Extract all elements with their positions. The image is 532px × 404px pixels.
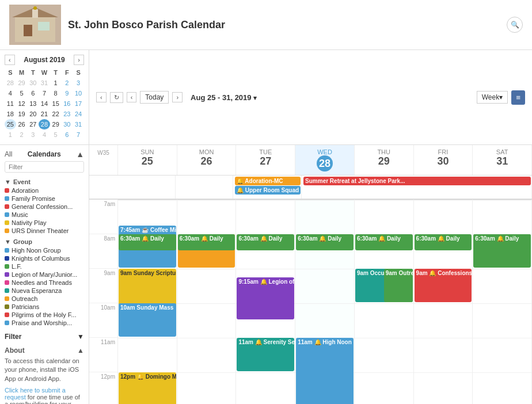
event-block[interactable]: 6:30am 🔔 Daily: [237, 234, 294, 250]
cal-item[interactable]: Music: [5, 211, 84, 219]
event-block[interactable]: 11am 🔔 High Noon Group-HH: [296, 338, 354, 404]
mini-cal-day[interactable]: 31: [73, 119, 84, 129]
event-block[interactable]: 11am 🔔 Serenity Seekers-HH: [237, 338, 294, 371]
mini-cal-day[interactable]: 27: [27, 119, 39, 129]
cal-item[interactable]: L.F.: [5, 262, 84, 270]
mini-cal-day[interactable]: 20: [27, 109, 39, 119]
mini-cal-day[interactable]: 6: [27, 88, 39, 98]
week-num-cell: W35: [89, 145, 118, 175]
cal-item[interactable]: Pilgrims of the Holy F...: [5, 311, 84, 319]
cal-item[interactable]: Needles and Threads: [5, 279, 84, 287]
event-block[interactable]: 9am 🔔 Confessions: [415, 269, 472, 302]
cal-item[interactable]: Patricians: [5, 303, 84, 311]
event-block[interactable]: 6:30am 🔔 Daily: [355, 234, 413, 250]
mini-cal-day[interactable]: 2: [62, 78, 73, 88]
mini-calendar: SMTWTFS 28293031123456789101112131415161…: [5, 67, 84, 140]
week-header-day-thu: THU29: [355, 145, 414, 175]
calendars-label: Calendars: [28, 150, 61, 158]
mini-cal-day[interactable]: 9: [62, 88, 73, 98]
event-block[interactable]: 12pm 🔔 Domingo Misa: [119, 372, 176, 404]
mini-cal-day[interactable]: 28: [5, 78, 16, 88]
mini-cal-day[interactable]: 7: [73, 129, 84, 140]
cal-item[interactable]: General Confession...: [5, 203, 84, 211]
mini-cal-day[interactable]: 4: [5, 88, 16, 98]
mini-cal-day[interactable]: 16: [62, 98, 73, 109]
cal-dot: [5, 220, 9, 225]
mini-cal-day[interactable]: 7: [39, 88, 50, 98]
mini-cal-day[interactable]: 31: [39, 78, 50, 88]
cal-item[interactable]: Nueva Esperanza: [5, 287, 84, 295]
time-label-9am: 9am: [89, 269, 117, 303]
mini-cal-day[interactable]: 14: [39, 98, 50, 109]
cal-item[interactable]: Adoration: [5, 186, 84, 195]
mini-next-btn[interactable]: ›: [74, 55, 84, 65]
mini-cal-day[interactable]: 1: [50, 78, 62, 88]
mini-cal-day[interactable]: 30: [27, 78, 39, 88]
filter-input[interactable]: [5, 161, 84, 173]
cal-today-btn[interactable]: Today: [140, 91, 169, 104]
allday-event-summerretreat[interactable]: Summer Retreat at Jellystone Park...: [303, 177, 531, 185]
mini-cal-day[interactable]: 2: [16, 129, 28, 140]
cal-item[interactable]: Nativity Play: [5, 219, 84, 227]
allday-event-upperroom[interactable]: 🔔 Upper Room Squad: [235, 186, 301, 195]
cal-item[interactable]: High Noon Group: [5, 246, 84, 254]
mini-cal-day[interactable]: 19: [16, 109, 28, 119]
mini-cal-day[interactable]: 23: [62, 109, 73, 119]
week-view-btn[interactable]: Week▾: [477, 91, 508, 104]
group-group-header[interactable]: ▼ Group: [5, 238, 84, 245]
cal-prev-btn[interactable]: ‹: [96, 92, 107, 102]
svg-rect-4: [38, 22, 50, 31]
about-toggle[interactable]: About ▲: [5, 346, 84, 355]
event-block[interactable]: 9am Outreach-SFR: [384, 269, 413, 302]
time-label-11am: 11am: [89, 338, 117, 372]
mini-cal-day[interactable]: 5: [16, 88, 28, 98]
cal-item[interactable]: Knights of Columbus: [5, 254, 84, 262]
mini-cal-day[interactable]: 13: [27, 98, 39, 109]
filter-btn[interactable]: Filter ▼: [5, 331, 84, 342]
mini-cal-day[interactable]: 8: [50, 88, 62, 98]
event-block[interactable]: 6:30am 🔔 Daily: [415, 234, 472, 250]
mini-cal-day[interactable]: 29: [16, 78, 28, 88]
cal-item[interactable]: Outreach: [5, 295, 84, 303]
search-button[interactable]: 🔍: [507, 17, 523, 33]
menu-btn[interactable]: ≡: [511, 90, 525, 105]
event-block[interactable]: 6:30am 🔔 Daily: [119, 234, 176, 250]
mini-cal-day[interactable]: 15: [50, 98, 62, 109]
mini-cal-day[interactable]: 3: [27, 129, 39, 140]
mini-cal-day[interactable]: 10: [73, 88, 84, 98]
event-block[interactable]: 6:30am 🔔 Daily: [178, 234, 235, 250]
mini-cal-day[interactable]: 28: [39, 119, 50, 129]
mini-cal-day[interactable]: 11: [5, 98, 16, 109]
mini-cal-day[interactable]: 17: [73, 98, 84, 109]
mini-cal-day[interactable]: 5: [50, 129, 62, 140]
mini-cal-day[interactable]: 6: [62, 129, 73, 140]
event-block[interactable]: 6:30am 🔔 Daily: [296, 234, 354, 250]
mini-cal-day[interactable]: 22: [50, 109, 62, 119]
sidebar-collapse-btn[interactable]: ▲: [76, 150, 84, 159]
cal-item[interactable]: Legion of Mary/Junior...: [5, 270, 84, 279]
cal-back-btn[interactable]: ‹: [127, 92, 137, 102]
mini-prev-btn[interactable]: ‹: [5, 55, 15, 65]
cal-forward-btn[interactable]: ›: [172, 92, 183, 102]
event-block[interactable]: 9:15am 🔔 Legion of Mary-SFR: [237, 277, 294, 319]
cal-item[interactable]: Family Promise: [5, 195, 84, 203]
mini-cal-day[interactable]: 29: [50, 119, 62, 129]
event-block[interactable]: 10am Sunday Mass: [119, 303, 176, 337]
mini-cal-day[interactable]: 18: [5, 109, 16, 119]
mini-cal-day[interactable]: 25: [5, 119, 16, 129]
cal-item[interactable]: URS Dinner Theater: [5, 227, 84, 235]
event-block[interactable]: 6:30am 🔔 Daily: [473, 234, 531, 250]
mini-cal-day[interactable]: 30: [62, 119, 73, 129]
allday-event-adoration[interactable]: 🔔 Adoration-MC: [235, 177, 301, 185]
mini-cal-day[interactable]: 3: [73, 78, 84, 88]
mini-cal-day[interactable]: 12: [16, 98, 28, 109]
mini-cal-day[interactable]: 24: [73, 109, 84, 119]
mini-cal-day[interactable]: 1: [5, 129, 16, 140]
mini-cal-day[interactable]: 4: [39, 129, 50, 140]
event-group-items: AdorationFamily PromiseGeneral Confessio…: [5, 186, 84, 235]
event-group-header[interactable]: ▼ Event: [5, 178, 84, 185]
mini-cal-day[interactable]: 21: [39, 109, 50, 119]
cal-refresh-btn[interactable]: ↻: [110, 92, 123, 103]
mini-cal-day[interactable]: 26: [16, 119, 28, 129]
cal-item[interactable]: Praise and Worship...: [5, 319, 84, 327]
